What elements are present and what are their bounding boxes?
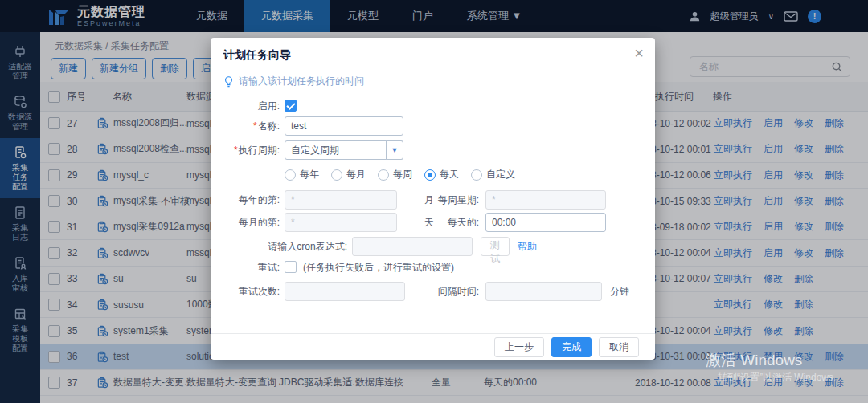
app-window: 元数据管理 ESPowerMeta 元数据 元数据采集 元模型 门户 系统管理 … [0,0,868,403]
radio-label: 每月 [346,168,366,181]
radio-icon [285,169,296,181]
name-label-text: 名称: [258,120,280,132]
cron-row: 请输入cron表达式: 测试 帮助 [211,237,655,256]
radio-label: 每天 [440,168,459,181]
radio-label: 自定义 [486,168,515,181]
retry-row: 重试: (任务执行失败后，进行重试的设置) [211,260,655,275]
cron-label: 请输入cron表达式: [211,237,347,256]
prev-step-button[interactable]: 上一步 [494,337,544,357]
test-button: 测试 [481,237,510,256]
cancel-button[interactable]: 取消 [599,337,639,357]
enable-row: 启用: [211,96,655,116]
finish-button[interactable]: 完成 [551,337,592,357]
cycle-label-text: 执行周期: [239,145,280,156]
radio-custom[interactable]: 自定义 [471,168,515,181]
required-mark: * [253,120,257,132]
enable-checkbox[interactable] [285,100,297,112]
name-row: *名称: [211,116,655,136]
radio-weekly[interactable]: 每周 [378,168,412,181]
cycle-select-value: 自定义周期 [291,144,339,157]
required-mark: * [234,145,238,156]
watermark-line1: 激活 Windows [706,350,802,371]
close-icon[interactable]: × [634,45,644,61]
dialog-header: 计划任务向导 × [211,38,655,71]
interval-input [485,282,602,301]
retry-checkbox[interactable] [285,261,297,273]
retry-count-row: 重试次数: 间隔时间: 分钟 [211,282,655,301]
radio-daily[interactable]: 每天 [424,168,459,181]
help-link[interactable]: 帮助 [518,237,537,256]
daily-time-input[interactable] [485,213,606,232]
yearly-row: 每年的第: 月 每周星期: [211,190,655,210]
name-label: *名称: [211,116,280,136]
enable-label: 启用: [211,96,280,116]
retry-label: 重试: [211,260,280,275]
dialog-title: 计划任务向导 [223,48,291,63]
radio-icon [424,169,436,181]
interval-unit: 分钟 [610,282,629,301]
hint-text: 请输入该计划任务执行的时间 [239,75,364,88]
radio-label: 每周 [393,168,412,181]
interval-label: 间隔时间: [403,282,479,301]
monthly-row: 每月的第: 天 每天的: [211,213,655,232]
dialog-footer: 上一步 完成 取消 [211,333,655,360]
schedule-wizard-dialog: 计划任务向导 × 请输入该计划任务执行的时间 启用: *名称: *执行周期: 自… [211,38,655,360]
radio-icon [331,169,342,181]
watermark-line2: 转到“设置”以激活 Windows。 [718,371,843,385]
cycle-label: *执行周期: [211,140,280,160]
cycle-radio-row: 每年 每月 每周 每天 自定义 [211,168,655,187]
radio-monthly[interactable]: 每月 [331,168,366,181]
retry-count-input [285,282,405,301]
radio-label: 每年 [300,168,319,181]
name-input[interactable] [285,116,403,136]
weekday-input [485,190,606,210]
cron-input[interactable] [352,237,473,256]
retry-count-label: 重试次数: [211,282,280,301]
cycle-row: *执行周期: 自定义周期 ▼ [211,140,655,160]
daily-label: 每天的: [403,213,479,232]
retry-note: (任务执行失败后，进行重试的设置) [303,260,454,275]
radio-yearly[interactable]: 每年 [285,168,319,181]
weekday-label: 每周星期: [403,190,479,210]
radio-icon [471,169,482,181]
monthly-label: 每月的第: [211,213,280,232]
monthly-input [285,213,397,232]
dialog-hint: 请输入该计划任务执行的时间 [223,75,364,88]
yearly-label: 每年的第: [211,190,280,210]
bulb-icon [223,75,234,88]
chevron-down-icon[interactable]: ▼ [386,140,403,160]
cycle-select[interactable]: 自定义周期 ▼ [285,140,403,160]
yearly-input [285,190,397,210]
radio-icon [378,169,389,181]
